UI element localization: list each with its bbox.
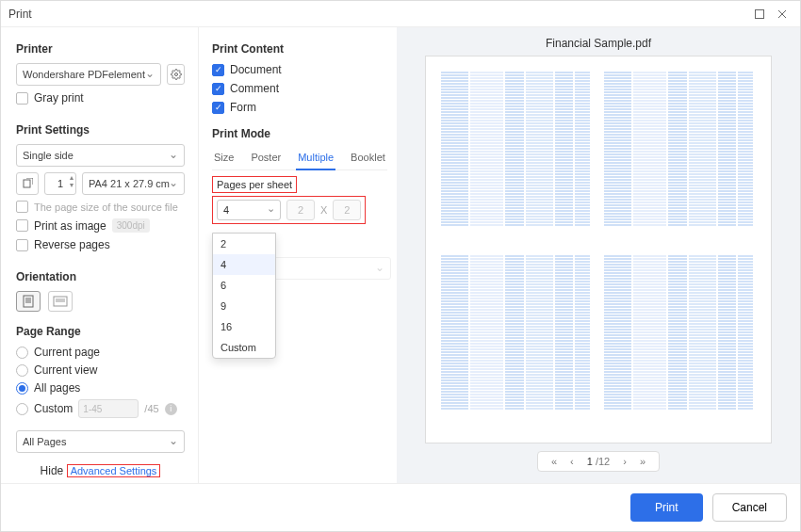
form-label: Form <box>230 101 256 114</box>
form-checkbox[interactable] <box>212 102 224 114</box>
advanced-settings-link[interactable]: Advanced Settings <box>67 464 161 477</box>
print-as-image-checkbox[interactable] <box>16 219 28 232</box>
pages-per-sheet-label: Pages per sheet <box>212 176 297 193</box>
pages-per-sheet-dropdown: 2 4 6 9 16 Custom <box>212 233 276 359</box>
titlebar: Print <box>1 1 800 27</box>
current-page-radio[interactable] <box>16 347 28 359</box>
print-dialog: Print Printer Wondershare PDFelement Gra… <box>0 0 801 532</box>
all-pages-label: All pages <box>34 381 80 395</box>
reverse-pages-checkbox[interactable] <box>16 239 28 251</box>
svg-point-3 <box>174 73 177 76</box>
printer-settings-icon[interactable] <box>167 64 185 85</box>
pager-first-icon[interactable]: « <box>551 456 557 467</box>
left-panel: Printer Wondershare PDFelement Gray prin… <box>1 27 199 483</box>
copies-input[interactable]: 1▴▾ <box>44 172 76 195</box>
svg-rect-4 <box>24 180 30 187</box>
window-title: Print <box>8 8 747 21</box>
custom-label: Custom <box>34 402 73 415</box>
preview-thumb-2 <box>604 72 756 244</box>
pager-last-icon[interactable]: » <box>640 456 646 467</box>
grid-rows-input: 2 <box>333 200 361 220</box>
pps-option-6[interactable]: 6 <box>213 275 275 296</box>
spin-down-icon[interactable]: ▾ <box>70 182 74 189</box>
svg-rect-7 <box>24 296 33 307</box>
pages-per-sheet-select[interactable]: 4 <box>217 200 281 220</box>
pps-option-2[interactable]: 2 <box>213 234 275 254</box>
dpi-badge: 300dpi <box>112 218 150 233</box>
custom-total: /45 <box>144 403 158 414</box>
pps-option-custom[interactable]: Custom <box>213 337 275 358</box>
print-as-image-label: Print as image <box>34 219 106 233</box>
dialog-footer: Print Cancel <box>1 483 800 531</box>
printer-label: Printer <box>16 42 185 56</box>
print-mode-label: Print Mode <box>212 127 387 140</box>
pager-current: 1 /12 <box>587 456 610 467</box>
tab-poster[interactable]: Poster <box>249 148 283 169</box>
preview-page <box>425 56 772 443</box>
comment-checkbox[interactable] <box>212 83 224 95</box>
grid-x: X <box>320 204 327 216</box>
custom-radio[interactable] <box>16 403 28 415</box>
print-button[interactable]: Print <box>630 493 703 522</box>
preview-thumb-4 <box>604 255 756 427</box>
duplex-select[interactable]: Single side <box>16 144 185 167</box>
gray-print-label: Gray print <box>34 91 84 105</box>
tab-size[interactable]: Size <box>212 148 236 169</box>
source-file-checkbox[interactable] <box>16 201 28 213</box>
preview-pager: « ‹ 1 /12 › » <box>537 451 660 472</box>
comment-label: Comment <box>230 82 279 95</box>
preview-panel: Financial Sample.pdf « ‹ 1 /12 › » <box>397 27 800 483</box>
print-settings-label: Print Settings <box>16 123 185 137</box>
middle-panel: Print Content Document Comment Form Prin… <box>199 27 397 483</box>
page-range-label: Page Range <box>16 325 185 338</box>
printer-select[interactable]: Wondershare PDFelement <box>16 63 161 86</box>
current-view-label: Current view <box>34 363 97 377</box>
custom-range-input[interactable]: 1-45 <box>78 399 139 418</box>
advanced-toggle[interactable]: Hide Advanced Settings <box>16 459 185 483</box>
orientation-label: Orientation <box>16 270 185 283</box>
orientation-landscape[interactable] <box>48 291 73 312</box>
subset-select[interactable]: All Pages <box>16 430 185 453</box>
copies-icon[interactable] <box>16 172 39 195</box>
source-file-label: The page size of the source file <box>34 202 178 213</box>
maximize-icon[interactable] <box>749 4 770 24</box>
paper-size-select[interactable]: PA4 21 x 27.9 cm <box>82 172 185 195</box>
close-icon[interactable] <box>772 4 793 24</box>
reverse-pages-label: Reverse pages <box>34 238 110 251</box>
all-pages-radio[interactable] <box>16 382 28 395</box>
preview-thumb-1 <box>441 72 593 244</box>
cancel-button[interactable]: Cancel <box>712 493 787 522</box>
print-content-label: Print Content <box>212 42 387 56</box>
current-view-radio[interactable] <box>16 364 28 377</box>
document-label: Document <box>230 63 282 76</box>
preview-thumb-3 <box>441 255 593 427</box>
orientation-portrait[interactable] <box>16 291 41 312</box>
tab-multiple[interactable]: Multiple <box>296 148 335 170</box>
dialog-body: Printer Wondershare PDFelement Gray prin… <box>1 27 800 483</box>
gray-print-checkbox[interactable] <box>16 92 28 105</box>
grid-cols-input: 2 <box>286 200 315 220</box>
print-mode-tabs: Size Poster Multiple Booklet <box>212 148 387 170</box>
tab-booklet[interactable]: Booklet <box>349 148 387 169</box>
info-icon[interactable]: i <box>165 403 177 415</box>
document-checkbox[interactable] <box>212 64 224 76</box>
pps-option-9[interactable]: 9 <box>213 296 275 316</box>
svg-rect-0 <box>756 9 764 18</box>
pager-prev-icon[interactable]: ‹ <box>570 456 574 467</box>
current-page-label: Current page <box>34 346 100 359</box>
pager-next-icon[interactable]: › <box>623 456 627 467</box>
preview-filename: Financial Sample.pdf <box>397 27 800 56</box>
pps-option-16[interactable]: 16 <box>213 316 275 337</box>
pps-option-4[interactable]: 4 <box>213 254 275 275</box>
